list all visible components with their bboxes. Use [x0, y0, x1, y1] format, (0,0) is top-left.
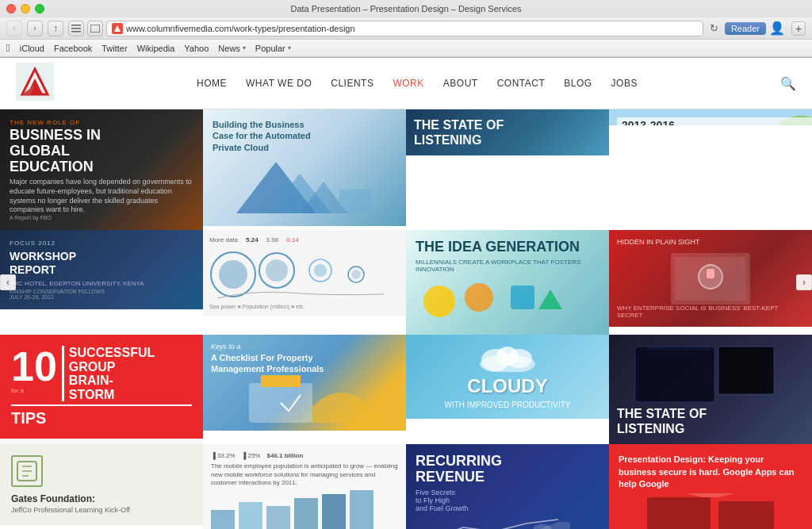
divider: [62, 346, 64, 401]
svg-rect-44: [266, 506, 290, 529]
grid-container: THE NEW ROLE OF BUSINESS INGLOBALEDUCATI…: [0, 109, 812, 529]
bookmark-yahoo[interactable]: Yahoo: [184, 44, 209, 53]
scroll-left-arrow[interactable]: ‹: [0, 274, 16, 290]
svg-rect-1: [71, 28, 81, 29]
card-private-cloud[interactable]: Building the BusinessCase for the Automa…: [203, 109, 406, 226]
bookmark-wikipedia[interactable]: Wikipedia: [137, 44, 175, 53]
card-title: Gates Foundation:: [11, 493, 192, 506]
svg-rect-37: [635, 347, 714, 402]
add-tab-button[interactable]: +: [791, 21, 806, 36]
svg-point-34: [496, 347, 519, 366]
svg-rect-46: [322, 494, 346, 529]
card-data-viz[interactable]: More data 5.24 3.98 0.14: [203, 230, 406, 316]
grid-row-1: THE NEW ROLE OF BUSINESS INGLOBALEDUCATI…: [0, 109, 812, 230]
grid-row-2-wrapper: ‹ FOCUS 2012 WORKSHOPREPORT ARC HOTEL, E…: [0, 230, 812, 335]
svg-rect-49: [647, 497, 710, 529]
card-subtitle: WITH IMPROVED PRODUCTIVITY: [445, 401, 571, 409]
tab-manager[interactable]: [87, 21, 103, 36]
bookmark-popular[interactable]: Popular ▾: [255, 44, 291, 53]
card-subtitle: Major companies have long depended on go…: [10, 178, 193, 215]
nav-jobs[interactable]: JOBS: [611, 78, 638, 89]
card-recurring-revenue[interactable]: RECURRINGREVENUE Five Secretsto Fly High…: [406, 444, 609, 529]
card-title: RECURRINGREVENUE: [416, 454, 599, 485]
scroll-right-arrow[interactable]: ›: [796, 274, 812, 290]
svg-rect-45: [294, 498, 318, 529]
nav-about[interactable]: ABOUT: [443, 78, 478, 89]
card-text: The mobile employee population is antici…: [211, 462, 398, 487]
card-idea-generation[interactable]: THE IDEA GENERATION MILLENNIALS CREATE A…: [406, 230, 609, 335]
svg-point-22: [423, 286, 455, 317]
share-button[interactable]: ↑: [48, 21, 63, 36]
maximize-button[interactable]: [35, 4, 44, 13]
site-logo[interactable]: [16, 63, 54, 104]
bookmark-twitter[interactable]: Twitter: [102, 44, 127, 53]
svg-rect-12: [339, 190, 371, 213]
svg-rect-47: [350, 490, 373, 529]
card-tag: THE NEW ROLE OF: [10, 119, 193, 126]
card-business-global[interactable]: THE NEW ROLE OF BUSINESS INGLOBALEDUCATI…: [0, 109, 203, 230]
svg-rect-28: [707, 269, 714, 278]
back-button[interactable]: ‹: [6, 21, 22, 36]
reload-button[interactable]: ↻: [707, 22, 722, 34]
card-brainstorm-tips[interactable]: 10 for a SUCCESSFULGROUPBRAIN-STORM TIPS: [0, 335, 203, 439]
card-title: A Checklist For PropertyManagement Profe…: [211, 352, 398, 375]
card-enterprise-social[interactable]: HIDDEN IN PLAIN SIGHT Why Enterprise Soc…: [609, 230, 812, 327]
card-subtitle: MILLENNIALS CREATE A WORKPLACE THAT FOST…: [416, 259, 599, 273]
nav-work[interactable]: WORK: [393, 78, 423, 89]
url-text: www.columnfivemedia.com/work-types/prese…: [126, 24, 355, 33]
card-subtitle: ARC HOTEL, EGERTON UNIVERSITY, KENYA: [10, 280, 193, 287]
address-bar[interactable]: www.columnfivemedia.com/work-types/prese…: [106, 21, 703, 36]
svg-point-15: [219, 260, 247, 289]
bookmarks-bar:  iCloud Facebook Twitter Wikipedia Yaho…: [0, 40, 812, 57]
card-dark-state[interactable]: THE STATE OFLISTENING: [609, 335, 812, 444]
minimize-button[interactable]: [21, 4, 30, 13]
nav-contact[interactable]: CONTACT: [497, 78, 546, 89]
nav-home[interactable]: HOME: [197, 78, 227, 89]
news-chevron-icon: ▾: [243, 44, 246, 52]
window-chrome: Data Presentation – Presentation Design …: [0, 0, 812, 58]
search-icon[interactable]: 🔍: [780, 76, 796, 91]
card-title: Presentation Design: Keeping your busine…: [619, 454, 802, 490]
card-subtitle: JeffCo Professional Learning Kick-Off: [11, 506, 192, 514]
bookmark-icloud[interactable]: iCloud: [20, 44, 44, 53]
card-cloudy[interactable]: CLOUDY WITH IMPROVED PRODUCTIVITY: [406, 335, 609, 419]
card-state-listening[interactable]: THE STATE OFLISTENING: [406, 109, 609, 155]
card-mobile-stats[interactable]: ▐ 33.2% ▐ 25% $46.1 billion The mobile e…: [203, 444, 406, 529]
grid-row-2: FOCUS 2012 WORKSHOPREPORT ARC HOTEL, EGE…: [0, 230, 812, 335]
landscape-year: 2013-2016: [617, 117, 812, 125]
sidebar-toggle[interactable]: [68, 21, 84, 36]
nav-clients[interactable]: CLIENTS: [331, 78, 373, 89]
window-title: Data Presentation – Presentation Design …: [290, 4, 521, 13]
close-button[interactable]: [6, 4, 16, 13]
card-title: THE STATE OFLISTENING: [617, 406, 804, 436]
card-subtitle: Five Secretsto Fly Highand Fuel Growth: [416, 489, 599, 512]
chart-svg: [209, 247, 392, 302]
card-details: KINSHIP CONSERVATION FELLOWSJULY 26-28, …: [10, 289, 193, 300]
svg-point-48: [533, 524, 552, 529]
card-title: SUCCESSFULGROUPBRAIN-STORM: [69, 346, 155, 401]
card-presentation-design[interactable]: Presentation Design: Keeping your busine…: [609, 444, 812, 529]
bookmark-apple[interactable]: : [6, 42, 10, 54]
card-reporter: A Report by FBO: [10, 215, 193, 220]
card-property-management[interactable]: Keys to a A Checklist For PropertyManage…: [203, 335, 406, 431]
svg-rect-24: [511, 286, 534, 309]
apple-logo-icon: : [6, 42, 10, 54]
bookmark-news[interactable]: News ▾: [218, 44, 246, 53]
card-tips: TIPS: [11, 404, 192, 427]
bookmark-facebook[interactable]: Facebook: [54, 44, 92, 53]
profile-button[interactable]: 👤: [769, 21, 785, 36]
card-landscape-2013[interactable]: 2013-2016 2013-2016: [609, 109, 812, 125]
svg-rect-0: [71, 25, 81, 26]
reader-button[interactable]: Reader: [725, 22, 766, 35]
card-keys-label: Keys to a: [211, 343, 398, 351]
nav-what-we-do[interactable]: WHAT WE DO: [246, 78, 312, 89]
card-gates-foundation[interactable]: Gates Foundation: JeffCo Professional Le…: [0, 444, 203, 525]
card-label: Why Enterprise Social is Business' Best-…: [617, 305, 804, 319]
gates-icon: [11, 455, 43, 487]
card-title: BUSINESS INGLOBALEDUCATION: [10, 128, 193, 174]
forward-button[interactable]: ›: [27, 21, 43, 36]
card-number: 10: [11, 346, 57, 387]
card-workshop-report[interactable]: FOCUS 2012 WORKSHOPREPORT ARC HOTEL, EGE…: [0, 230, 203, 309]
nav-blog[interactable]: BLOG: [564, 78, 592, 89]
site-favicon: [112, 23, 123, 34]
